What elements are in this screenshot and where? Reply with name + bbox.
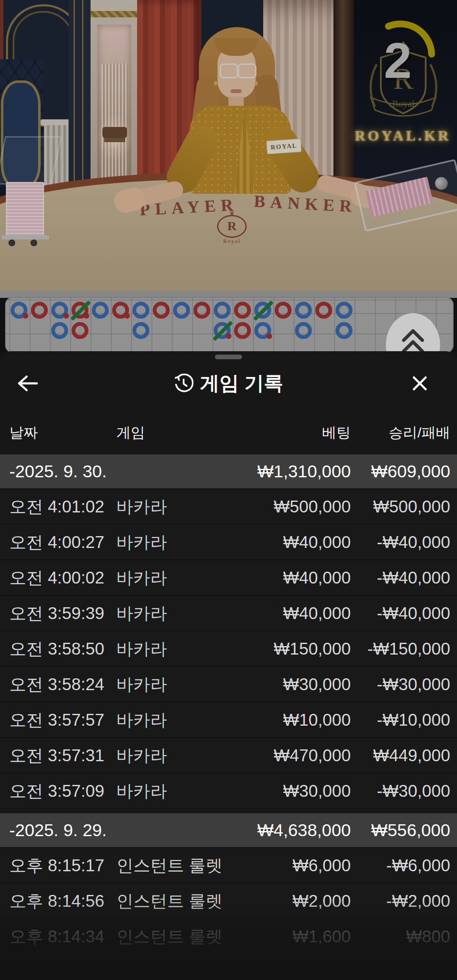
sheet-title: 게임 기록 bbox=[200, 370, 284, 396]
row-winloss: -₩30,000 bbox=[351, 675, 450, 694]
history-clock-icon bbox=[174, 374, 193, 393]
row-game: 바카라 bbox=[116, 566, 230, 589]
row-winloss: -₩40,000 bbox=[351, 533, 450, 552]
row-winloss: -₩150,000 bbox=[351, 639, 450, 658]
group-date: -2025. 9. 30. bbox=[9, 462, 230, 482]
row-winloss: ₩500,000 bbox=[351, 497, 450, 516]
group-winloss-total: ₩556,000 bbox=[351, 820, 450, 840]
row-game: 바카라 bbox=[116, 708, 230, 732]
row-game: 바카라 bbox=[116, 779, 230, 803]
col-header-game: 게임 bbox=[116, 423, 230, 443]
row-winloss: -₩40,000 bbox=[351, 604, 450, 623]
history-row: 오전 3:57:57바카라₩10,000-₩10,000 bbox=[0, 702, 457, 737]
row-game: 바카라 bbox=[116, 602, 230, 625]
group-date: -2025. 9. 29. bbox=[9, 820, 230, 840]
col-header-date: 날짜 bbox=[9, 423, 116, 443]
history-row: 오전 3:58:24바카라₩30,000-₩30,000 bbox=[0, 666, 457, 702]
history-row: 오전 4:00:27바카라₩40,000-₩40,000 bbox=[0, 524, 457, 559]
row-bet: ₩10,000 bbox=[230, 710, 351, 729]
row-time: 오전 3:57:31 bbox=[9, 744, 116, 767]
history-row: 오후 8:15:17인스턴트 룰렛₩6,000-₩6,000 bbox=[0, 847, 457, 883]
row-game: 인스턴트 룰렛 bbox=[116, 889, 230, 913]
history-body: -2025. 9. 30.₩1,310,000₩609,000오전 4:01:0… bbox=[0, 449, 457, 954]
row-game: 인스턴트 룰렛 bbox=[116, 925, 230, 948]
row-winloss: -₩30,000 bbox=[351, 782, 450, 801]
history-row: 오전 3:59:39바카라₩40,000-₩40,000 bbox=[0, 595, 457, 630]
row-time: 오전 3:57:57 bbox=[9, 708, 116, 732]
row-time: 오전 3:58:50 bbox=[9, 637, 116, 661]
row-winloss: -₩40,000 bbox=[351, 568, 450, 587]
row-bet: ₩2,000 bbox=[230, 892, 351, 911]
history-row: 오전 4:00:02바카라₩40,000-₩40,000 bbox=[0, 559, 457, 595]
row-bet: ₩30,000 bbox=[230, 782, 351, 801]
row-time: 오후 8:14:56 bbox=[9, 889, 116, 913]
row-time: 오전 4:00:27 bbox=[9, 531, 116, 554]
row-winloss: -₩10,000 bbox=[351, 710, 450, 729]
history-row: 오전 3:58:50바카라₩150,000-₩150,000 bbox=[0, 630, 457, 666]
row-winloss: ₩800 bbox=[351, 927, 450, 946]
row-game: 바카라 bbox=[116, 744, 230, 767]
row-bet: ₩500,000 bbox=[230, 497, 351, 516]
history-row: 오전 4:01:02바카라₩500,000₩500,000 bbox=[0, 488, 457, 524]
group-winloss-total: ₩609,000 bbox=[351, 462, 450, 482]
game-history-sheet: 게임 기록 날짜 게임 베팅 승리/패배 -2025. 9. 30.₩1,310… bbox=[0, 351, 457, 980]
row-time: 오후 8:14:34 bbox=[9, 925, 116, 948]
row-time: 오전 3:59:39 bbox=[9, 602, 116, 625]
sheet-header: 게임 기록 bbox=[0, 351, 457, 405]
history-group-row[interactable]: -2025. 9. 29.₩4,638,000₩556,000 bbox=[0, 813, 457, 847]
row-game: 바카라 bbox=[116, 495, 230, 518]
row-game: 바카라 bbox=[116, 673, 230, 696]
row-game: 바카라 bbox=[116, 637, 230, 661]
row-bet: ₩6,000 bbox=[230, 856, 351, 875]
col-header-bet: 베팅 bbox=[230, 423, 351, 443]
row-time: 오전 3:57:09 bbox=[9, 779, 116, 803]
group-bet-total: ₩4,638,000 bbox=[230, 820, 351, 840]
row-bet: ₩1,600 bbox=[230, 927, 351, 946]
row-game: 인스턴트 룰렛 bbox=[116, 854, 230, 877]
history-row: 오후 8:14:34인스턴트 룰렛₩1,600₩800 bbox=[0, 918, 457, 954]
row-game: 바카라 bbox=[116, 531, 230, 554]
sheet-title-row: 게임 기록 bbox=[0, 371, 457, 396]
history-column-headers: 날짜 게임 베팅 승리/패배 bbox=[0, 416, 457, 449]
row-time: 오전 3:58:24 bbox=[9, 673, 116, 696]
row-time: 오후 8:15:17 bbox=[9, 854, 116, 877]
close-button[interactable] bbox=[403, 370, 437, 397]
row-winloss: -₩2,000 bbox=[351, 892, 450, 911]
row-bet: ₩40,000 bbox=[230, 568, 351, 587]
row-time: 오전 4:00:02 bbox=[9, 566, 116, 589]
row-bet: ₩30,000 bbox=[230, 675, 351, 694]
history-group-row[interactable]: -2025. 9. 30.₩1,310,000₩609,000 bbox=[0, 454, 457, 488]
row-bet: ₩150,000 bbox=[230, 639, 351, 658]
row-winloss: -₩6,000 bbox=[351, 856, 450, 875]
group-bet-total: ₩1,310,000 bbox=[230, 462, 351, 482]
dim-overlay bbox=[0, 0, 457, 351]
history-row: 오전 3:57:09바카라₩30,000-₩30,000 bbox=[0, 773, 457, 808]
row-winloss: ₩449,000 bbox=[351, 746, 450, 765]
row-time: 오전 4:01:02 bbox=[9, 495, 116, 518]
history-row: 오전 3:57:31바카라₩470,000₩449,000 bbox=[0, 737, 457, 773]
row-bet: ₩40,000 bbox=[230, 604, 351, 623]
app-screen: PLAYER BANKER ♛ R Royal ROYAL bbox=[0, 0, 457, 980]
col-header-winloss: 승리/패배 bbox=[351, 423, 450, 443]
close-icon bbox=[412, 375, 428, 391]
row-bet: ₩40,000 bbox=[230, 533, 351, 552]
history-row: 오후 8:14:56인스턴트 룰렛₩2,000-₩2,000 bbox=[0, 883, 457, 918]
row-bet: ₩470,000 bbox=[230, 746, 351, 765]
